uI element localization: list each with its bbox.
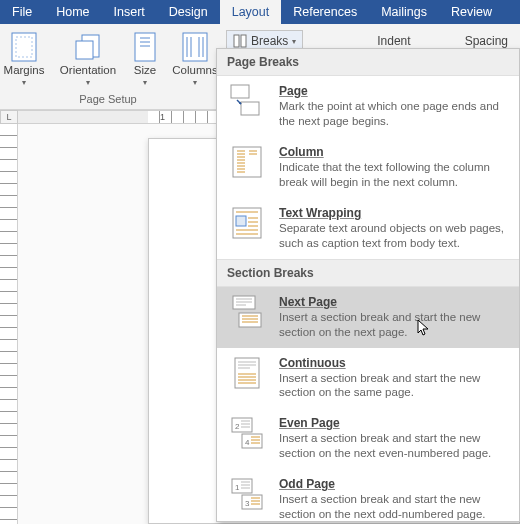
menu-desc: Separate text around objects on web page… — [279, 221, 509, 251]
tab-layout[interactable]: Layout — [220, 0, 282, 24]
menu-item-odd-page[interactable]: 13 Odd Page Insert a section break and s… — [217, 469, 519, 522]
caret-icon: ▾ — [22, 78, 26, 87]
svg-text:4: 4 — [245, 438, 250, 447]
margins-button[interactable]: Margins ▾ — [0, 28, 51, 87]
menu-item-even-page[interactable]: 24 Even Page Insert a section break and … — [217, 408, 519, 469]
text-wrapping-icon — [227, 206, 267, 240]
menu-desc: Indicate that the text following the col… — [279, 160, 509, 190]
menu-desc: Mark the point at which one page ends an… — [279, 99, 509, 129]
columns-label: Columns — [172, 64, 217, 77]
size-icon — [134, 30, 156, 64]
margins-icon — [11, 30, 37, 64]
odd-page-icon: 13 — [227, 477, 267, 511]
menu-item-text-wrapping[interactable]: Text Wrapping Separate text around objec… — [217, 198, 519, 259]
menu-title: Next Page — [279, 295, 509, 309]
menu-title: Page — [279, 84, 509, 98]
menu-item-column[interactable]: Column Indicate that the text following … — [217, 137, 519, 198]
menu-item-page[interactable]: Page Mark the point at which one page en… — [217, 76, 519, 137]
spacing-label: Spacing — [465, 34, 508, 48]
orientation-icon — [73, 30, 103, 64]
columns-button[interactable]: Columns ▾ — [171, 28, 219, 87]
menu-item-next-page[interactable]: Next Page Insert a section break and sta… — [217, 287, 519, 348]
tab-insert[interactable]: Insert — [102, 0, 157, 24]
breaks-label: Breaks — [251, 34, 288, 48]
svg-text:2: 2 — [235, 422, 240, 431]
orientation-button[interactable]: Orientation ▾ — [57, 28, 119, 87]
svg-rect-8 — [231, 85, 249, 98]
tab-references[interactable]: References — [281, 0, 369, 24]
svg-rect-7 — [241, 35, 246, 47]
breaks-icon — [233, 34, 247, 48]
dropdown-header-page-breaks: Page Breaks — [217, 49, 519, 76]
next-page-icon — [227, 295, 267, 329]
ruler-number: 1 — [160, 112, 165, 122]
ruler-vertical[interactable] — [0, 124, 18, 524]
menu-title: Odd Page — [279, 477, 509, 491]
tab-mailings[interactable]: Mailings — [369, 0, 439, 24]
tab-home[interactable]: Home — [44, 0, 101, 24]
caret-icon: ▾ — [86, 78, 90, 87]
menu-title: Column — [279, 145, 509, 159]
group-label-page-setup: Page Setup — [4, 93, 212, 107]
svg-rect-12 — [236, 216, 246, 226]
orientation-label: Orientation — [60, 64, 116, 77]
svg-rect-3 — [76, 41, 93, 59]
menu-title: Text Wrapping — [279, 206, 509, 220]
svg-rect-9 — [241, 102, 259, 115]
columns-icon — [182, 30, 208, 64]
svg-rect-4 — [135, 33, 155, 61]
svg-rect-14 — [239, 313, 261, 327]
dropdown-header-section-breaks: Section Breaks — [217, 259, 519, 287]
menu-desc: Insert a section break and start the new… — [279, 310, 509, 340]
menu-title: Even Page — [279, 416, 509, 430]
ruler-corner: L — [0, 110, 18, 124]
even-page-icon: 24 — [227, 416, 267, 450]
menu-desc: Insert a section break and start the new… — [279, 431, 509, 461]
svg-rect-6 — [234, 35, 239, 47]
tab-file[interactable]: File — [0, 0, 44, 24]
caret-icon: ▾ — [143, 78, 147, 87]
tab-design[interactable]: Design — [157, 0, 220, 24]
tab-strip: File Home Insert Design Layout Reference… — [0, 0, 520, 24]
size-label: Size — [134, 64, 156, 77]
continuous-icon — [227, 356, 267, 390]
column-break-icon — [227, 145, 267, 179]
breaks-dropdown: Page Breaks Page Mark the point at which… — [216, 48, 520, 522]
size-button[interactable]: Size ▾ — [125, 28, 165, 87]
page-break-icon — [227, 84, 267, 118]
caret-icon: ▾ — [292, 37, 296, 46]
menu-desc: Insert a section break and start the new… — [279, 371, 509, 401]
menu-desc: Insert a section break and start the new… — [279, 492, 509, 522]
menu-title: Continuous — [279, 356, 509, 370]
svg-text:1: 1 — [235, 483, 240, 492]
svg-text:3: 3 — [245, 499, 250, 508]
indent-label: Indent — [377, 34, 410, 48]
margins-label: Margins — [4, 64, 45, 77]
caret-icon: ▾ — [193, 78, 197, 87]
menu-item-continuous[interactable]: Continuous Insert a section break and st… — [217, 348, 519, 409]
tab-review[interactable]: Review — [439, 0, 504, 24]
